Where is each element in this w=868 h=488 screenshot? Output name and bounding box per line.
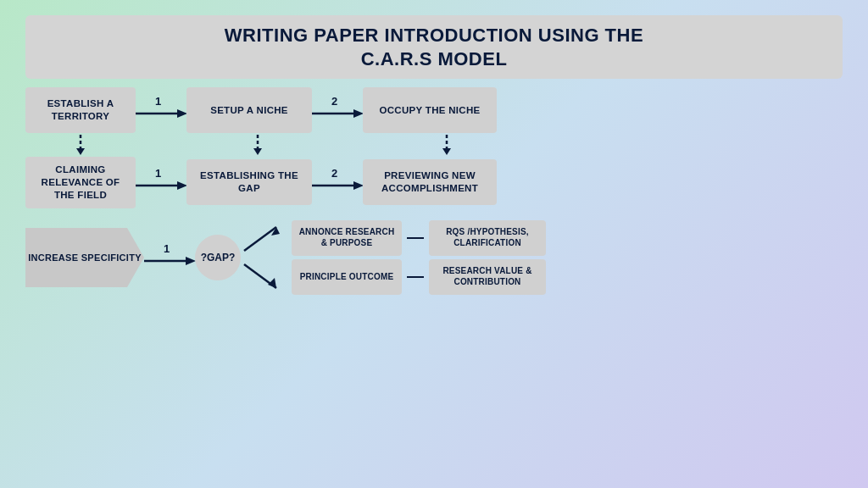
title-box: WRITING PAPER INTRODUCTION USING THE C.A…: [25, 15, 843, 79]
vert-arrow-1-svg: [70, 133, 91, 157]
vert-arrow-3-svg: [437, 133, 457, 157]
row2-box2: ESTABLISHING THE GAP: [186, 159, 312, 205]
row2-arrow2: 2: [312, 167, 363, 197]
row2-arrow2-num: 2: [331, 167, 337, 180]
branch-top: ANNONCE RESEARCH & PURPOSE RQS /HYPOTHES…: [242, 220, 546, 256]
branch-top-hline-svg: [407, 231, 424, 245]
branch-area: ANNONCE RESEARCH & PURPOSE RQS /HYPOTHES…: [242, 220, 546, 295]
row3: INCREASE SPECIFICITY 1 ?GAP?: [25, 220, 843, 295]
branch-bot-left-box: PRINCIPLE OUTCOME: [292, 259, 402, 295]
pentagon-label: INCREASE SPECIFICITY: [28, 252, 142, 263]
row1-box1: ESTABLISH A TERRITORY: [25, 87, 136, 133]
branch-top-arrow-svg: [242, 224, 287, 252]
branch-bot-right-box: RESEARCH VALUE & CONTRIBUTION: [429, 259, 546, 295]
svg-marker-5: [76, 148, 85, 155]
row3-arrow1: 1: [144, 242, 195, 273]
pentagon-shape: INCREASE SPECIFICITY: [25, 228, 144, 287]
main-title: WRITING PAPER INTRODUCTION USING THE C.A…: [42, 24, 826, 70]
row2-box1: CLAIMING RELEVANCE OF THE FIELD: [25, 157, 136, 208]
branch-bot-hline-svg: [407, 270, 424, 284]
vert-arrows-row: [25, 133, 843, 157]
gap-circle: ?GAP?: [195, 235, 241, 280]
row1-arrow2: 2: [312, 95, 363, 125]
row1-arrow1-svg: 1: [131, 95, 191, 125]
row1-arrow1: 1: [136, 95, 186, 125]
branch-bot-arrow-svg: [242, 263, 287, 291]
content-area: ESTABLISH A TERRITORY 1 SETUP A NICHE: [25, 87, 843, 473]
row2-arrow2-svg: 2: [308, 167, 367, 197]
vert-arrow-2-svg: [248, 133, 268, 157]
row3-arrow1-num: 1: [164, 242, 170, 255]
row2-box3: PREVIEWING NEW ACCOMPLISHMENT: [363, 159, 497, 205]
svg-marker-7: [253, 148, 262, 155]
vert-arrow-1: [25, 133, 136, 157]
row2-arrow1-num: 1: [155, 167, 161, 180]
row2-arrow1: 1: [136, 167, 186, 197]
row1-box2: SETUP A NICHE: [186, 87, 312, 133]
row1-arrow2-svg: 2: [308, 95, 367, 125]
row1-arrow2-num: 2: [331, 95, 337, 108]
row3-arrow1-svg: 1: [140, 242, 199, 273]
vert-arrow-2: [195, 133, 320, 157]
branch-top-right-box: RQS /HYPOTHESIS, CLARIFICATION: [429, 220, 546, 256]
row1: ESTABLISH A TERRITORY 1 SETUP A NICHE: [25, 87, 843, 133]
row1-box3: OCCUPY THE NICHE: [363, 87, 497, 133]
svg-marker-9: [442, 148, 451, 155]
branch-top-left-box: ANNONCE RESEARCH & PURPOSE: [292, 220, 402, 256]
branch-bottom: PRINCIPLE OUTCOME RESEARCH VALUE & CONTR…: [242, 259, 546, 295]
app-container: WRITING PAPER INTRODUCTION USING THE C.A…: [0, 0, 868, 488]
row2-arrow1-svg: 1: [131, 167, 191, 197]
row2: CLAIMING RELEVANCE OF THE FIELD 1 ESTABL…: [25, 157, 843, 208]
vert-arrow-3: [380, 133, 514, 157]
row1-arrow1-num: 1: [155, 95, 161, 108]
svg-line-17: [244, 227, 276, 251]
